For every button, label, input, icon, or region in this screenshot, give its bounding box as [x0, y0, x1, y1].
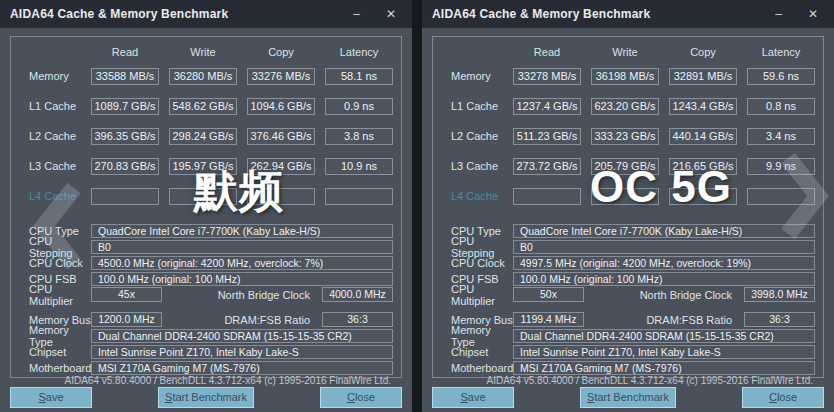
minimize-icon[interactable]: – — [775, 8, 782, 20]
info-row-chipset: Chipset Intel Sunrise Point Z170, Intel … — [451, 344, 815, 359]
info-row-cpu-multiplier: CPU Multiplier 45x North Bridge Clock 40… — [29, 287, 393, 302]
multiplier-value-box: 50x — [513, 287, 584, 302]
row-label: L1 Cache — [29, 100, 91, 112]
value-box-latency: 0.9 ns — [325, 98, 393, 115]
value-box-read: 33278 MB/s — [513, 68, 581, 85]
save-button[interactable]: Save — [432, 387, 514, 408]
start-benchmark-button[interactable]: Start Benchmark — [158, 387, 254, 408]
multiplier-value-box: 45x — [91, 287, 162, 302]
info-row-cpu-multiplier: CPU Multiplier 50x North Bridge Clock 39… — [451, 287, 815, 302]
value-box-write: 36198 MB/s — [591, 68, 659, 85]
bench-row-memory: Memory 33588 MB/s 36280 MB/s 33276 MB/s … — [29, 61, 393, 91]
value-box-read: 396.35 GB/s — [91, 128, 159, 145]
column-header-copy: Copy — [669, 46, 737, 58]
value-box-read — [91, 188, 159, 205]
value-box-write: 298.24 GB/s — [169, 128, 237, 145]
bench-row-l2: L2 Cache 396.35 GB/s 298.24 GB/s 376.46 … — [29, 121, 393, 151]
start-benchmark-button[interactable]: Start Benchmark — [580, 387, 676, 408]
value-box-latency: 59.6 ns — [747, 68, 815, 85]
bench-row-l1: L1 Cache 1237.4 GB/s 623.20 GB/s 1243.4 … — [451, 91, 815, 121]
row-label: Memory — [29, 70, 91, 82]
value-box-read: 1237.4 GB/s — [513, 98, 581, 115]
info-row-cpu-stepping: CPU Stepping B0 — [451, 239, 815, 254]
column-header-read: Read — [91, 46, 159, 58]
value-box-read: 1089.7 GB/s — [91, 98, 159, 115]
value-box-write: 36280 MB/s — [169, 68, 237, 85]
value-box-read: 33588 MB/s — [91, 68, 159, 85]
value-box-copy: 440.14 GB/s — [669, 128, 737, 145]
value-box-write: 333.23 GB/s — [591, 128, 659, 145]
row-label: Motherboard — [29, 362, 91, 374]
value-box-write: 205.79 GB/s — [591, 158, 659, 175]
info-value: Intel Sunrise Point Z170, Intel Kaby Lak… — [513, 345, 815, 359]
bench-row-l1: L1 Cache 1089.7 GB/s 548.62 GB/s 1094.6 … — [29, 91, 393, 121]
column-header-read: Read — [513, 46, 581, 58]
close-icon[interactable]: ✕ — [386, 8, 396, 20]
column-header-write: Write — [169, 46, 237, 58]
value-box-copy — [247, 188, 315, 205]
titlebar-buttons: – ✕ — [353, 8, 402, 20]
close-icon[interactable]: ✕ — [808, 8, 818, 20]
close-button[interactable]: Close — [742, 387, 824, 408]
info-row-motherboard: Motherboard MSI Z170A Gaming M7 (MS-7976… — [29, 360, 393, 375]
info-value: Dual Channel DDR4-2400 SDRAM (15-15-15-3… — [513, 329, 815, 343]
button-row: Save Start Benchmark Close — [432, 387, 824, 408]
row-label: CPU Clock — [451, 257, 513, 269]
row-label: Chipset — [451, 346, 513, 358]
bench-row-l2: L2 Cache 511.23 GB/s 333.23 GB/s 440.14 … — [451, 121, 815, 151]
info-value: Intel Sunrise Point Z170, Intel Kaby Lak… — [91, 345, 393, 359]
info-row-memory-type: Memory Type Dual Channel DDR4-2400 SDRAM… — [451, 328, 815, 343]
value-box-read: 270.83 GB/s — [91, 158, 159, 175]
value-box-write — [169, 188, 237, 205]
info-value: QuadCore Intel Core i7-7700K (Kaby Lake-… — [513, 224, 815, 238]
bench-row-l4: L4 Cache — [451, 181, 815, 211]
info-row-cpu-clock: CPU Clock 4997.5 MHz (original: 4200 MHz… — [451, 255, 815, 270]
value-box-latency: 3.4 ns — [747, 128, 815, 145]
row-label: Motherboard — [451, 362, 513, 374]
window-body: Read Write Copy Latency Memory 33278 MB/… — [422, 28, 834, 412]
value-box-write: 548.62 GB/s — [169, 98, 237, 115]
close-button[interactable]: Close — [320, 387, 402, 408]
benchmark-panel: Read Write Copy Latency Memory 33278 MB/… — [432, 36, 824, 378]
value-box-copy: 33276 MB/s — [247, 68, 315, 85]
info-row-chipset: Chipset Intel Sunrise Point Z170, Intel … — [29, 344, 393, 359]
north-bridge-clock-label: North Bridge Clock — [172, 289, 312, 301]
next-arrow-icon[interactable] — [772, 150, 834, 246]
row-label: L3 Cache — [29, 160, 91, 172]
info-value: MSI Z170A Gaming M7 (MS-7976) — [91, 361, 393, 375]
dram-fsb-ratio-box: 36:3 — [322, 312, 393, 327]
minimize-icon[interactable]: – — [353, 8, 360, 20]
value-box-latency: 10.9 ns — [325, 158, 393, 175]
row-label: L4 Cache — [451, 190, 513, 202]
info-value: QuadCore Intel Core i7-7700K (Kaby Lake-… — [91, 224, 393, 238]
column-header-latency: Latency — [747, 46, 815, 58]
dram-fsb-ratio-label: DRAM:FSB Ratio — [594, 314, 734, 326]
info-value: MSI Z170A Gaming M7 (MS-7976) — [513, 361, 815, 375]
value-box-read — [513, 188, 581, 205]
titlebar: AIDA64 Cache & Memory Benchmark – ✕ — [0, 0, 412, 28]
north-bridge-clock-box: 3998.0 MHz — [744, 287, 815, 302]
row-label: Memory — [451, 70, 513, 82]
version-footer: AIDA64 v5.80.4000 / BenchDLL 4.3.712-x64… — [451, 375, 815, 386]
north-bridge-clock-label: North Bridge Clock — [594, 289, 734, 301]
bench-row-memory: Memory 33278 MB/s 36198 MB/s 32891 MB/s … — [451, 61, 815, 91]
info-row-motherboard: Motherboard MSI Z170A Gaming M7 (MS-7976… — [451, 360, 815, 375]
value-box-read: 511.23 GB/s — [513, 128, 581, 145]
value-box-write: 623.20 GB/s — [591, 98, 659, 115]
column-header-row: Read Write Copy Latency — [29, 43, 393, 61]
aida64-window-stock: AIDA64 Cache & Memory Benchmark – ✕ Read… — [0, 0, 412, 412]
column-header-latency: Latency — [325, 46, 393, 58]
north-bridge-clock-box: 4000.0 MHz — [322, 287, 393, 302]
memory-bus-value-box: 1199.4 MHz — [513, 312, 584, 327]
row-label: L2 Cache — [451, 130, 513, 142]
value-box-copy: 216.65 GB/s — [669, 158, 737, 175]
value-box-latency: 3.8 ns — [325, 128, 393, 145]
value-box-write: 195.97 GB/s — [169, 158, 237, 175]
value-box-write — [591, 188, 659, 205]
value-box-copy: 262.94 GB/s — [247, 158, 315, 175]
save-button[interactable]: Save — [10, 387, 92, 408]
value-box-copy: 376.46 GB/s — [247, 128, 315, 145]
prev-arrow-icon[interactable] — [28, 180, 90, 276]
value-box-latency: 0.8 ns — [747, 98, 815, 115]
column-header-row: Read Write Copy Latency — [451, 43, 815, 61]
